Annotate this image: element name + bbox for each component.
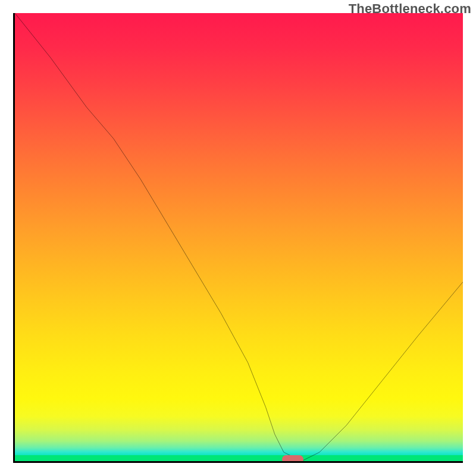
- curve-svg: [15, 13, 463, 461]
- chart-container: TheBottleneck.com: [0, 0, 476, 476]
- plot-area: [13, 13, 463, 463]
- bottleneck-curve: [15, 13, 463, 461]
- optimum-marker: [282, 455, 303, 463]
- watermark-text: TheBottleneck.com: [349, 1, 471, 17]
